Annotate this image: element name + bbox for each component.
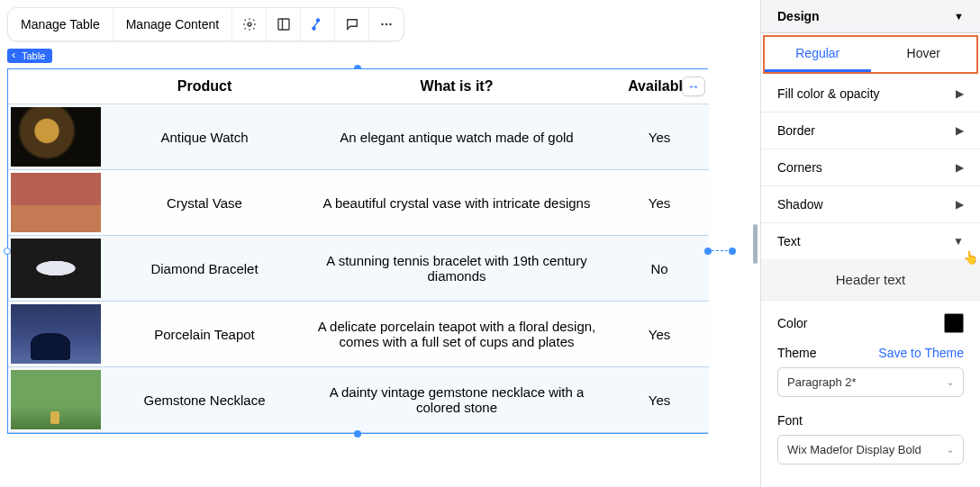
accordion-shadow-label: Shadow [777,197,823,212]
product-thumbnail [11,173,101,232]
cell-description[interactable]: An elegant antique watch made of gold [304,104,610,170]
selection-handle-left[interactable] [4,248,11,255]
table-row[interactable]: Gemstone Necklace A dainty vintage gemst… [8,367,709,433]
accordion-corners[interactable]: Corners ▶ [761,149,980,186]
table-row[interactable]: Antique Watch An elegant antique watch m… [8,104,709,170]
settings-icon[interactable] [232,8,267,41]
product-thumbnail [11,304,101,364]
cell-product[interactable]: Antique Watch [105,104,304,170]
chevron-right-icon: ▶ [956,198,964,211]
design-panel: Design ▼ Regular Hover Fill color & opac… [760,0,980,487]
tab-regular[interactable]: Regular [765,37,871,72]
selection-handle-outer[interactable] [729,248,736,255]
design-panel-title: Design [777,9,820,23]
more-icon[interactable] [369,8,404,41]
chevron-down-icon: ⌄ [947,445,954,455]
design-icon[interactable] [301,8,335,41]
comment-icon[interactable] [335,8,369,41]
cell-product[interactable]: Crystal Vase [105,170,304,236]
product-thumbnail [11,239,101,298]
cell-available[interactable]: Yes [610,170,709,236]
accordion-border[interactable]: Border ▶ [761,113,980,149]
chevron-down-icon: ▼ [954,11,964,22]
manage-content-button[interactable]: Manage Content [113,8,233,41]
cell-product[interactable]: Porcelain Teapot [105,302,304,367]
svg-point-0 [248,23,251,26]
table-header-row: Product What is it? Available ↔ [8,69,709,104]
scroll-indicator[interactable] [753,224,758,264]
font-label: Font [777,413,803,428]
accordion-text[interactable]: Text ▼ [761,223,980,259]
cell-available[interactable]: Yes [610,367,709,433]
chevron-down-icon: ⌄ [947,377,954,387]
theme-select[interactable]: Paragraph 2* ⌄ [777,367,964,397]
cell-product[interactable]: Diamond Bracelet [105,236,304,302]
text-subheader: Header text [761,259,980,301]
accordion-shadow[interactable]: Shadow ▶ [761,186,980,223]
col-header-available[interactable]: Available ↔ [610,69,709,104]
product-thumbnail [11,107,101,167]
design-panel-header[interactable]: Design ▼ [761,0,980,33]
tab-hover[interactable]: Hover [871,37,977,72]
selection-handle-right[interactable] [704,248,712,255]
theme-row: Theme Save to Theme [761,338,980,364]
svg-point-5 [386,23,387,25]
chevron-right-icon: ▶ [956,124,964,137]
cell-description[interactable]: A dainty vintage gemstone necklace with … [304,367,610,433]
component-toolbar: Manage Table Manage Content [7,7,404,41]
cell-available[interactable]: Yes [610,302,709,367]
svg-point-4 [382,23,384,25]
svg-point-6 [390,23,392,25]
theme-label: Theme [777,346,817,360]
accordion-border-label: Border [777,123,815,138]
svg-point-3 [316,19,319,22]
font-select[interactable]: Wix Madefor Display Bold ⌄ [777,435,964,464]
svg-point-2 [313,27,315,30]
chevron-right-icon: ▶ [956,161,964,174]
svg-rect-1 [278,19,289,30]
cell-available[interactable]: Yes [610,104,709,170]
chevron-down-icon: ▼ [953,235,964,248]
col-header-description[interactable]: What is it? [304,69,610,104]
cell-description[interactable]: A delicate porcelain teapot with a flora… [304,302,610,367]
table-row[interactable]: Porcelain Teapot A delicate porcelain te… [8,302,709,367]
accordion-corners-label: Corners [777,160,822,175]
chevron-right-icon: ▶ [956,87,964,100]
design-state-tabs: Regular Hover [763,35,978,74]
table-row[interactable]: Diamond Bracelet A stunning tennis brace… [8,236,709,302]
color-row: Color [761,301,980,338]
breadcrumb[interactable]: Table [7,49,52,63]
accordion-text-label: Text [777,234,801,248]
selection-handle-bottom[interactable] [354,430,361,437]
font-select-value: Wix Madefor Display Bold [787,443,921,456]
cell-description[interactable]: A beautiful crystal vase with intricate … [304,170,610,236]
accordion-fill-label: Fill color & opacity [777,86,880,101]
cell-description[interactable]: A stunning tennis bracelet with 19th cen… [304,236,610,302]
theme-select-value: Paragraph 2* [787,375,857,389]
color-swatch[interactable] [944,313,964,333]
font-row: Font [761,406,980,431]
col-header-product[interactable]: Product [105,69,304,104]
cell-available[interactable]: No [610,236,709,302]
table[interactable]: Product What is it? Available ↔ Antique … [7,68,708,434]
table-row[interactable]: Crystal Vase A beautiful crystal vase wi… [8,170,709,236]
color-label: Color [777,316,807,330]
cell-product[interactable]: Gemstone Necklace [105,367,304,433]
column-resize-handle[interactable]: ↔ [682,77,705,96]
save-to-theme-link[interactable]: Save to Theme [878,346,964,360]
product-thumbnail [11,370,101,429]
layout-icon[interactable] [267,8,301,41]
accordion-fill[interactable]: Fill color & opacity ▶ [761,76,980,113]
manage-table-button[interactable]: Manage Table [8,8,113,41]
